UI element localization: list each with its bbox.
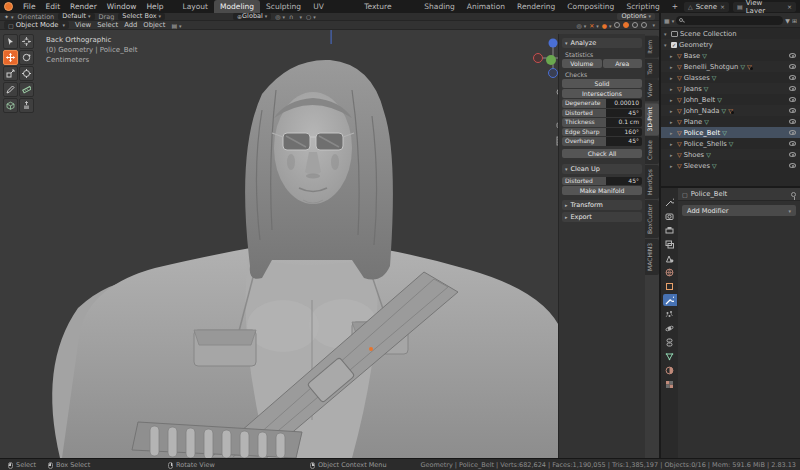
unlink-icon[interactable]: × xyxy=(720,3,725,10)
tab-shading[interactable]: Shading xyxy=(418,0,460,13)
overhang-check[interactable]: Overhang45° xyxy=(562,137,642,146)
measure-tool[interactable] xyxy=(19,82,34,97)
tab-texture-paint[interactable]: Texture Paint xyxy=(358,0,418,13)
tab-3d-print[interactable]: 3D-Print xyxy=(645,103,659,135)
degenerate-check[interactable]: Degenerate0.00010 xyxy=(562,99,642,108)
hide-eye-icon[interactable] xyxy=(789,141,796,146)
tab-texture-properties[interactable] xyxy=(663,378,677,390)
shading-rendered-icon[interactable] xyxy=(641,22,647,28)
filter-icon[interactable]: ▼ xyxy=(785,17,790,24)
overlays-toggle-icon[interactable]: ✕▾ xyxy=(589,22,599,29)
cleanup-distorted[interactable]: Distorted45° xyxy=(562,177,642,186)
proportional-editing-icon[interactable]: ○▾ xyxy=(306,13,316,20)
object-row-active[interactable]: ▸▽ Police_Belt▽ xyxy=(661,127,800,138)
drag-dropdown[interactable]: Select Box▾ xyxy=(118,13,165,20)
tab-scene-properties[interactable] xyxy=(663,252,677,264)
area-button[interactable]: Area xyxy=(603,59,643,68)
tab-layout[interactable]: Layout xyxy=(176,0,214,13)
tab-view-layer-properties[interactable] xyxy=(663,238,677,250)
tab-tool[interactable]: Tool xyxy=(645,59,659,79)
tab-object-data-properties[interactable] xyxy=(663,350,677,362)
transform-tool[interactable] xyxy=(19,66,34,81)
tab-physics-properties[interactable] xyxy=(663,322,677,334)
tab-constraint-properties[interactable] xyxy=(663,336,677,348)
hide-eye-icon[interactable] xyxy=(789,53,796,58)
thickness-check[interactable]: Thickness0.1 cm xyxy=(562,118,642,127)
collection-row-geometry[interactable]: ▾✓ Geometry xyxy=(661,39,800,50)
view-layer-selector[interactable]: ▤ View Layer × xyxy=(733,2,796,12)
menu-view[interactable]: View xyxy=(75,21,91,29)
hide-eye-icon[interactable] xyxy=(789,75,796,80)
object-row[interactable]: ▸▽ Plane▽ xyxy=(661,116,800,127)
active-tool-icon[interactable]: ✦▾ xyxy=(4,13,14,20)
menu-select[interactable]: Select xyxy=(97,21,118,29)
distorted-check[interactable]: Distorted45° xyxy=(562,109,642,118)
hide-eye-icon[interactable] xyxy=(789,86,796,91)
panel-export-header[interactable]: ▸Export xyxy=(562,212,642,222)
blender-logo-icon[interactable] xyxy=(4,2,13,11)
shading-solid-icon[interactable] xyxy=(623,22,629,28)
intersections-button[interactable]: Intersections xyxy=(562,89,642,98)
tab-object-properties[interactable] xyxy=(663,280,677,292)
gizmo-toggle-icon[interactable]: ◎▾ xyxy=(576,22,586,29)
rotate-tool[interactable] xyxy=(19,50,34,65)
snap-magnet-icon[interactable]: ∩ xyxy=(289,13,293,20)
outliner-display-mode-icon[interactable]: ▦▾ xyxy=(664,17,674,24)
tab-animation[interactable]: Animation xyxy=(461,0,511,13)
cursor-tool[interactable] xyxy=(19,34,34,49)
tab-tool-properties[interactable] xyxy=(663,196,677,208)
solid-button[interactable]: Solid xyxy=(562,79,642,88)
mode-dropdown[interactable]: ▢ Object Mode▾ xyxy=(4,21,69,29)
tab-world-properties[interactable] xyxy=(663,266,677,278)
object-row[interactable]: ▸▽ Sleeves▽ xyxy=(661,160,800,171)
object-row[interactable]: ▸▽ John_Nada▽ ▽ xyxy=(661,105,800,116)
hide-eye-icon[interactable] xyxy=(789,97,796,102)
add-cube-tool[interactable] xyxy=(3,98,18,113)
panel-transform-header[interactable]: ▸Transform xyxy=(562,200,642,210)
menu-file[interactable]: File xyxy=(18,0,41,13)
object-row[interactable]: ▸▽ Shoes▽ xyxy=(661,149,800,160)
tab-render-properties[interactable] xyxy=(663,210,677,222)
tab-compositing[interactable]: Compositing xyxy=(561,0,620,13)
tab-view[interactable]: View xyxy=(645,79,659,101)
make-manifold-button[interactable]: Make Manifold xyxy=(562,186,642,195)
menu-add[interactable]: Add xyxy=(124,21,137,29)
tab-boxcutter[interactable]: BoxCutter xyxy=(645,200,659,238)
tab-machin3[interactable]: MACHIN3 xyxy=(645,239,659,275)
annotate-tool[interactable] xyxy=(3,82,18,97)
hide-eye-icon[interactable] xyxy=(789,64,796,69)
shading-material-icon[interactable] xyxy=(632,22,638,28)
object-row[interactable]: ▸▽ Police_Shells▽ xyxy=(661,138,800,149)
object-row[interactable]: ▸▽ Jeans▽ xyxy=(661,83,800,94)
unlink-icon[interactable]: × xyxy=(787,3,792,10)
scene-collection-row[interactable]: ▾ Scene Collection xyxy=(661,28,800,39)
tab-item[interactable]: Item xyxy=(645,36,659,58)
tab-create[interactable]: Create xyxy=(645,136,659,164)
edge-sharp-check[interactable]: Edge Sharp160° xyxy=(562,128,642,137)
pin-icon[interactable] xyxy=(791,192,796,197)
object-row[interactable]: ▸▽ Glasses▽ xyxy=(661,72,800,83)
tab-material-properties[interactable] xyxy=(663,364,677,376)
xray-toggle-icon[interactable]: ●▾ xyxy=(602,22,612,29)
extrude-tool[interactable] xyxy=(19,98,34,113)
tab-particle-properties[interactable] xyxy=(663,308,677,320)
orientation-dropdown[interactable]: Default▾ xyxy=(58,13,94,20)
hide-eye-icon[interactable] xyxy=(789,130,796,135)
hide-eye-icon[interactable] xyxy=(789,152,796,157)
hide-eye-icon[interactable] xyxy=(789,119,796,124)
move-tool[interactable] xyxy=(3,50,18,65)
tab-sculpting[interactable]: Sculpting xyxy=(260,0,307,13)
tab-uv-editing[interactable]: UV Editing xyxy=(307,0,358,13)
check-all-button[interactable]: Check All xyxy=(562,149,642,158)
panel-analyze-header[interactable]: ▾Analyze xyxy=(562,38,642,48)
object-row[interactable]: ▸▽ John_Belt▽ xyxy=(661,94,800,105)
add-modifier-dropdown[interactable]: Add Modifier▾ xyxy=(682,205,796,216)
shading-dropdown-icon[interactable]: ▾ xyxy=(652,22,655,28)
tab-modifier-properties[interactable] xyxy=(663,294,677,306)
tab-rendering[interactable]: Rendering xyxy=(511,0,561,13)
panel-cleanup-header[interactable]: ▾Clean Up xyxy=(562,164,642,174)
menu-object[interactable]: Object xyxy=(143,21,165,29)
hide-eye-icon[interactable] xyxy=(789,163,796,168)
3d-viewport[interactable]: Back Orthographic (0) Geometry | Police_… xyxy=(0,30,659,458)
tab-hardops[interactable]: HardOps xyxy=(645,165,659,199)
